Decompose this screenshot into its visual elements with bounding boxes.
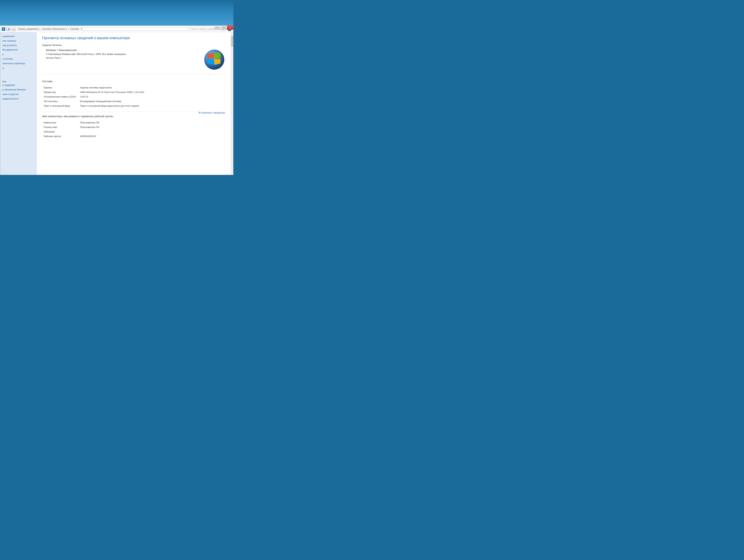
rating-label: Оценка: xyxy=(42,85,79,90)
table-row: Оценка: Оценка системы недоступна xyxy=(42,85,225,90)
sidebar-item-6[interactable]: а системы xyxy=(0,57,36,61)
change-icon: ⚙ xyxy=(198,111,201,114)
pen-label: Перо и сенсорный ввод: xyxy=(42,104,79,108)
breadcrumb-bar[interactable]: Панель управления ► Система и безопаснос… xyxy=(17,27,189,31)
description-label: Описание: xyxy=(42,129,79,134)
breadcrumb-sep-2: ► xyxy=(68,28,70,30)
service-pack: Service Pack 1 xyxy=(42,56,200,59)
table-row: Установленная память (ОЗУ): 2,00 ГБ xyxy=(42,94,225,99)
change-button-label: Изменить параметры xyxy=(202,111,225,114)
back-button[interactable]: ◄ xyxy=(6,27,11,31)
main-layout: управления - ная страница чер устройств … xyxy=(0,32,233,175)
computer-name-table: Компьютер: Пользователь-ПК Полное имя: П… xyxy=(42,120,225,138)
maximize-button[interactable]: ❐ xyxy=(220,26,227,30)
processor-label: Процессор: xyxy=(42,90,79,94)
table-row: Полное имя: Пользователь-ПК xyxy=(42,125,225,129)
system-section-title: Система xyxy=(42,80,225,83)
full-name-label: Полное имя: xyxy=(42,125,79,129)
computer-value: Пользователь-ПК xyxy=(79,120,225,125)
sidebar: управления - ная страница чер устройств … xyxy=(0,32,37,175)
edition-section-header: Издание Windows xyxy=(42,44,225,46)
windows-logo xyxy=(203,49,225,71)
change-settings-button[interactable]: ⚙ Изменить параметры xyxy=(198,111,225,114)
page-title: Просмотр основных сведений о вашем компь… xyxy=(42,36,225,40)
edition-info: Windows 7 Максимальная © Корпорация Майк… xyxy=(42,49,200,61)
computer-name-section: Имя компьютера, имя домена и параметры р… xyxy=(42,115,225,138)
table-row: Тип системы: 64-разрядная операционная с… xyxy=(42,99,225,104)
refresh-button[interactable]: ↔ xyxy=(11,27,16,31)
content-area: Просмотр основных сведений о вашем компь… xyxy=(37,32,231,175)
system-info-table: Оценка: Оценка системы недоступна Процес… xyxy=(42,85,225,108)
computer-label: Компьютер: xyxy=(42,120,79,125)
ram-value: 2,00 ГБ xyxy=(79,94,225,99)
sidebar-top-section: управления - ная страница чер устройств … xyxy=(0,34,36,70)
scrollbar[interactable] xyxy=(231,32,233,175)
workgroup-label: Рабочая группа: xyxy=(42,134,79,138)
edition-copyright: © Корпорация Майкрософт (Microsoft Corp.… xyxy=(42,53,200,55)
table-row: Перо и сенсорный ввод: Перо и сенсорный … xyxy=(42,104,225,108)
ram-label: Установленная память (ОЗУ): xyxy=(42,94,79,99)
system-window: ⊞ ◄ ↔ Панель управления ► Система и безо… xyxy=(0,26,233,175)
sidebar-performance-tools[interactable]: чики и средства xyxy=(0,92,36,96)
edition-section: Windows 7 Максимальная © Корпорация Майк… xyxy=(42,49,225,74)
nav-icon: ⊞ xyxy=(2,27,5,31)
breadcrumb-system[interactable]: Система xyxy=(70,28,79,30)
breadcrumb-control-panel[interactable]: Панель управления xyxy=(18,28,38,30)
window-controls: — ❐ ✕ xyxy=(214,26,233,30)
sidebar-windows-update[interactable]: р обновления Windows xyxy=(0,87,36,92)
table-row: Описание: xyxy=(42,129,225,134)
sidebar-support[interactable]: р поддержки xyxy=(0,83,36,87)
table-row: Компьютер: Пользователь-ПК xyxy=(42,120,225,125)
system-type-label: Тип системы: xyxy=(42,99,79,104)
sidebar-item-4[interactable]: йка удаленного xyxy=(0,48,36,52)
rating-value[interactable]: Оценка системы недоступна xyxy=(79,85,225,90)
edition-name: Windows 7 Максимальная xyxy=(42,49,200,51)
breadcrumb-sep-1: ► xyxy=(39,28,41,30)
processor-value: AMD Athlon(tm) 64 X2 Dual Core Processor… xyxy=(79,90,225,94)
desktop-background xyxy=(0,0,233,29)
sidebar-item-7[interactable]: нительные параметры xyxy=(0,61,36,66)
sidebar-item-8[interactable]: ы xyxy=(0,66,36,70)
table-row: Рабочая группа: WORKGROUP xyxy=(42,134,225,138)
nav-buttons: ◄ ↔ xyxy=(6,27,16,31)
system-type-value: 64-разрядная операционная система xyxy=(79,99,225,104)
breadcrumb-dropdown-icon[interactable]: ▼ xyxy=(80,28,83,30)
breadcrumb-security[interactable]: Система и безопасность xyxy=(42,28,67,30)
sidebar-item-5[interactable]: а xyxy=(0,52,36,57)
system-section: Система Оценка: Оценка системы недоступн… xyxy=(42,80,225,108)
sidebar-performance-tools-2[interactable]: зводительности xyxy=(0,96,36,101)
workgroup-value: WORKGROUP xyxy=(79,134,225,138)
section-divider xyxy=(42,112,225,112)
close-button[interactable]: ✕ xyxy=(227,26,233,30)
sidebar-item-1[interactable]: управления - xyxy=(0,34,36,39)
address-bar: ⊞ ◄ ↔ Панель управления ► Система и безо… xyxy=(0,26,233,32)
scrollbar-thumb[interactable] xyxy=(231,36,233,47)
pen-value: Перо и сенсорный ввод недоступны для это… xyxy=(79,104,225,108)
table-row: Процессор: AMD Athlon(tm) 64 X2 Dual Cor… xyxy=(42,90,225,94)
full-name-value: Пользователь-ПК xyxy=(79,125,225,129)
description-value xyxy=(79,129,225,134)
sidebar-item-3[interactable]: чер устройств xyxy=(0,43,36,48)
computer-name-header: Имя компьютера, имя домена и параметры р… xyxy=(42,115,113,118)
sidebar-bottom-label: яже xyxy=(0,79,36,83)
minimize-button[interactable]: — xyxy=(214,26,220,30)
sidebar-item-2[interactable]: ная страница xyxy=(0,39,36,43)
